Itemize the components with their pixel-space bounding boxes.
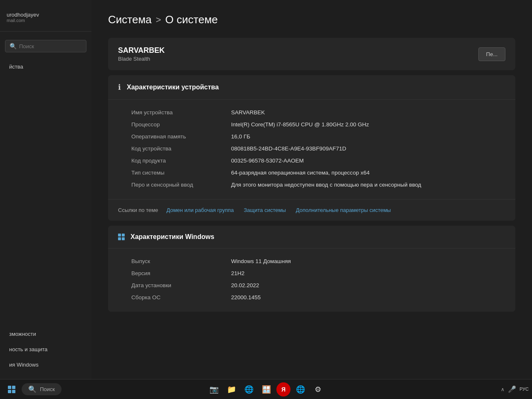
row-value: Windows 11 Домашняя (231, 258, 505, 264)
row-label: Дата установки (131, 282, 231, 288)
search-input[interactable] (19, 43, 82, 49)
links-label: Ссылки по теме (118, 207, 158, 213)
link-advanced[interactable]: Дополнительные параметры системы (296, 207, 391, 213)
taskbar-app-store[interactable]: 🪟 (259, 382, 274, 397)
link-domain[interactable]: Домен или рабочая группа (166, 207, 234, 213)
row-label: Код продукта (131, 158, 231, 164)
table-row: Имя устройства SARVARBEK (131, 106, 505, 118)
sidebar-item-devices[interactable]: йства (2, 59, 89, 74)
row-value: 64-разрядная операционная система, проце… (231, 170, 505, 176)
breadcrumb-parent[interactable]: Система (108, 13, 152, 26)
taskbar-app-folder[interactable]: 📁 (224, 382, 239, 397)
row-label: Тип системы (131, 170, 231, 176)
table-row: Тип системы 64-разрядная операционная си… (131, 167, 505, 179)
sidebar-email: mail.com (7, 18, 85, 23)
device-hostname: SARVARBEK (118, 46, 165, 55)
row-label: Перо и сенсорный ввод (131, 182, 231, 188)
row-value: Для этого монитора недоступен ввод с пом… (231, 182, 505, 188)
start-button[interactable] (3, 381, 20, 398)
windows-characteristics-section: Характеристики Windows Выпуск Windows 11… (108, 226, 515, 312)
taskbar-left: 🔍 Поиск (3, 381, 62, 398)
row-value: 080818B5-24BD-4C8E-A9E4-93BF909AF71D (231, 145, 505, 152)
table-row: Выпуск Windows 11 Домашняя (131, 255, 505, 267)
taskbar-app-yandex[interactable]: Я (276, 382, 291, 397)
table-row: Перо и сенсорный ввод Для этого монитора… (131, 179, 505, 191)
sidebar-item-windows-update[interactable]: ия Windows (2, 357, 89, 372)
main-content: Система > О системе SARVARBEK Blade Stea… (91, 0, 532, 379)
row-value: 22000.1455 (231, 294, 505, 300)
windows-section-title: Характеристики Windows (131, 233, 214, 241)
sidebar-username: urodhodjayev (7, 12, 85, 18)
row-value: 21H2 (231, 270, 505, 276)
row-value: Intel(R) Core(TM) i7-8565U CPU @ 1.80GHz… (231, 121, 505, 128)
table-row: Код продукта 00325-96578-53072-AAOEM (131, 155, 505, 167)
taskbar-mic-icon[interactable]: 🎤 (508, 385, 516, 393)
row-value: 00325-96578-53072-AAOEM (231, 158, 505, 164)
table-row: Оперативная память 16,0 ГБ (131, 131, 505, 143)
device-name-block: SARVARBEK Blade Stealth (118, 46, 165, 62)
row-value: 20.02.2022 (231, 282, 505, 288)
device-model: Blade Stealth (118, 56, 165, 62)
taskbar-search-text: Поиск (40, 386, 55, 392)
row-value: 16,0 ГБ (231, 133, 505, 140)
windows-info-rows: Выпуск Windows 11 Домашняя Версия 21H2 Д… (108, 249, 515, 312)
row-label: Версия (131, 270, 231, 276)
windows-logo-icon (118, 234, 125, 240)
device-info-rows: Имя устройства SARVARBEK Процессор Intel… (108, 100, 515, 199)
device-characteristics-section: ℹ Характеристики устройства Имя устройст… (108, 75, 515, 221)
taskbar-center: 📷 📁 🌐 🪟 Я 🌐 ⚙ (207, 382, 325, 397)
taskbar-app-videocam[interactable]: 📷 (207, 382, 222, 397)
row-label: Код устройства (131, 145, 231, 152)
row-label: Процессор (131, 121, 231, 128)
search-icon: 🔍 (10, 43, 17, 49)
sidebar-item-privacy[interactable]: ность и защита (2, 342, 89, 357)
taskbar-chevron-up[interactable]: ∧ (501, 387, 505, 392)
row-value: SARVARBEK (231, 109, 505, 116)
table-row: Процессор Intel(R) Core(TM) i7-8565U CPU… (131, 118, 505, 131)
row-label: Выпуск (131, 258, 231, 264)
row-label: Сборка ОС (131, 294, 231, 300)
info-icon: ℹ (118, 83, 121, 92)
row-label: Оперативная память (131, 133, 231, 140)
taskbar-right: ∧ 🎤 РУС (501, 385, 529, 393)
table-row: Версия 21H2 (131, 267, 505, 279)
breadcrumb-current: О системе (165, 13, 218, 26)
breadcrumb-separator: > (156, 15, 161, 25)
device-header-card: SARVARBEK Blade Stealth Пе... (108, 38, 515, 70)
table-row: Код устройства 080818B5-24BD-4C8E-A9E4-9… (131, 143, 505, 155)
device-section-title: Характеристики устройства (127, 84, 219, 91)
windows-section-header: Характеристики Windows (108, 226, 515, 249)
related-links-row: Ссылки по теме Домен или рабочая группа … (108, 199, 515, 221)
row-label: Имя устройства (131, 109, 231, 116)
sidebar-search-box[interactable]: 🔍 (5, 40, 86, 52)
link-protection[interactable]: Защита системы (244, 207, 286, 213)
taskbar-language: РУС (520, 386, 529, 392)
taskbar-app-edge[interactable]: 🌐 (241, 382, 256, 397)
taskbar-search[interactable]: 🔍 Поиск (22, 383, 62, 395)
table-row: Дата установки 20.02.2022 (131, 279, 505, 291)
sidebar: urodhodjayev mail.com 🔍 йства зможности … (0, 0, 91, 379)
sidebar-user: urodhodjayev mail.com (0, 7, 91, 32)
device-section-header: ℹ Характеристики устройства (108, 75, 515, 100)
breadcrumb: Система > О системе (108, 13, 515, 26)
sidebar-item-capabilities[interactable]: зможности (2, 327, 89, 341)
taskbar-search-icon: 🔍 (28, 385, 37, 393)
taskbar-app-chrome[interactable]: 🌐 (293, 382, 308, 397)
table-row: Сборка ОС 22000.1455 (131, 291, 505, 303)
taskbar-app-settings[interactable]: ⚙ (310, 382, 325, 397)
rename-button[interactable]: Пе... (478, 47, 505, 61)
taskbar: 🔍 Поиск 📷 📁 🌐 🪟 Я 🌐 ⚙ ∧ 🎤 РУС (0, 379, 532, 399)
